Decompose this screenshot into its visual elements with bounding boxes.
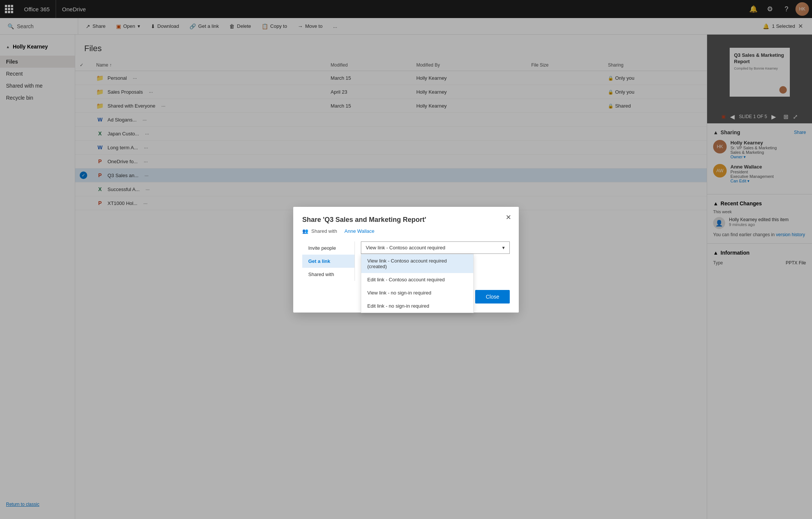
shared-with-name: Anne Wallace: [344, 228, 374, 234]
share-modal: ✕ Share 'Q3 Sales and Marketing Report' …: [293, 207, 519, 313]
dropdown-chevron-icon: [502, 245, 505, 250]
dropdown-option-view-no-signin[interactable]: View link - no sign-in required: [361, 286, 473, 299]
link-type-dropdown-menu: View link - Contoso account required (cr…: [361, 254, 474, 313]
modal-overlay[interactable]: ✕ Share 'Q3 Sales and Marketing Report' …: [0, 0, 812, 519]
dropdown-option-edit-contoso[interactable]: Edit link - Contoso account required: [361, 273, 473, 286]
shared-with-icon: 👥: [302, 228, 308, 234]
link-type-dropdown-button[interactable]: View link - Contoso account required: [361, 241, 510, 254]
modal-title: Share 'Q3 Sales and Marketing Report': [302, 216, 510, 224]
dropdown-option-view-created[interactable]: View link - Contoso account required (cr…: [361, 254, 473, 273]
link-type-selector: View link - Contoso account required Vie…: [361, 241, 510, 254]
tab-shared-with[interactable]: Shared with: [302, 268, 354, 281]
modal-close-button[interactable]: ✕: [504, 213, 513, 222]
tab-invite-people[interactable]: Invite people: [302, 241, 354, 255]
modal-close-btn[interactable]: Close: [475, 290, 510, 304]
modal-sidebar: Invite people Get a link Shared with: [302, 241, 355, 281]
modal-shared-with: 👥 Shared with Anne Wallace: [302, 228, 510, 234]
dropdown-option-edit-no-signin[interactable]: Edit link - no sign-in required: [361, 299, 473, 313]
tab-get-link[interactable]: Get a link: [302, 255, 354, 268]
link-type-label: View link - Contoso account required: [366, 245, 445, 250]
modal-content: Invite people Get a link Shared with Vie…: [302, 241, 510, 281]
modal-main: View link - Contoso account required Vie…: [355, 241, 510, 281]
